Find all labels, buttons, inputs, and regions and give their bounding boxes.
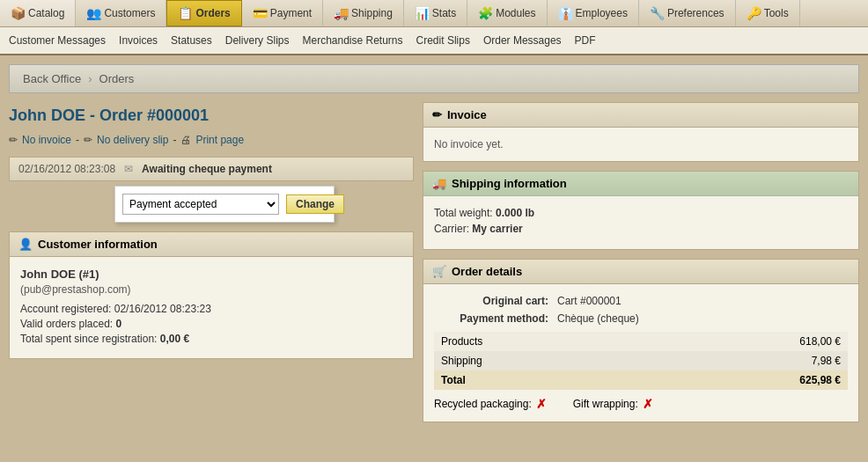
nav-tools[interactable]: 🔑 Tools xyxy=(736,0,800,26)
nav-customers[interactable]: 👥 Customers xyxy=(76,0,166,26)
gift-x-icon: ✗ xyxy=(643,397,653,411)
breadcrumb-current: Orders xyxy=(99,72,135,85)
shipping-cost-label: Shipping xyxy=(434,351,642,370)
print-icon: 🖨 xyxy=(180,134,191,146)
customers-icon: 👥 xyxy=(86,6,100,20)
orders-icon: 📋 xyxy=(178,6,192,20)
subnav-customer-messages[interactable]: Customer Messages xyxy=(9,34,106,47)
recycled-packaging-item: Recycled packaging: ✗ xyxy=(434,397,547,411)
order-details-header: 🛒 Order details xyxy=(423,260,858,284)
total-row: Total 625,98 € xyxy=(434,370,848,390)
nav-preferences[interactable]: 🔧 Preferences xyxy=(639,0,736,26)
subnav-credit-slips[interactable]: Credit Slips xyxy=(416,34,470,47)
right-panel: ✏ Invoice No invoice yet. 🚚 Shipping inf… xyxy=(423,102,859,422)
invoice-body: No invoice yet. xyxy=(423,128,858,161)
status-text: Awaiting cheque payment xyxy=(142,163,272,175)
nav-orders[interactable]: 📋 Orders xyxy=(166,0,241,26)
shipping-cost-value: 7,98 € xyxy=(642,351,848,370)
gift-wrapping-item: Gift wrapping: ✗ xyxy=(573,397,653,411)
recycled-label: Recycled packaging: xyxy=(434,398,532,410)
weight-value: 0.000 lb xyxy=(496,207,534,219)
order-title: John DOE - Order #000001 xyxy=(9,106,414,125)
subnav-order-messages[interactable]: Order Messages xyxy=(483,34,562,47)
nav-payment[interactable]: 💳 Payment xyxy=(242,0,323,26)
top-navigation: 📦 Catalog 👥 Customers 📋 Orders 💳 Payment… xyxy=(0,0,868,27)
shipping-weight-row: Total weight: 0.000 lb xyxy=(434,207,848,219)
customer-total-spent-value: 0,00 € xyxy=(160,333,189,345)
nav-catalog-label: Catalog xyxy=(28,7,64,19)
nav-stats[interactable]: 📊 Stats xyxy=(404,0,467,26)
nav-modules[interactable]: 🧩 Modules xyxy=(467,0,547,26)
subnav-statuses[interactable]: Statuses xyxy=(171,34,212,47)
change-button[interactable]: Change xyxy=(286,194,344,214)
nav-employees-label: Employees xyxy=(576,7,628,19)
order-details-section: 🛒 Order details Original cart: Cart #000… xyxy=(423,259,859,422)
payment-method-value: Chèque (cheque) xyxy=(548,312,848,325)
modules-icon: 🧩 xyxy=(478,6,492,20)
customer-info-section: 👤 Customer information John DOE (#1) (pu… xyxy=(9,231,414,359)
breadcrumb-root: Back Office xyxy=(23,72,81,85)
customer-total-spent: Total spent since registration: 0,00 € xyxy=(20,333,402,345)
gift-label: Gift wrapping: xyxy=(573,398,638,410)
preferences-icon: 🔧 xyxy=(650,6,664,20)
pencil-invoice-icon: ✏ xyxy=(432,108,442,121)
subnav-delivery-slips[interactable]: Delivery Slips xyxy=(225,34,290,47)
total-value: 625,98 € xyxy=(642,370,848,390)
customer-name: John DOE (#1) xyxy=(20,268,402,281)
main-content: John DOE - Order #000001 ✏ No invoice - … xyxy=(0,102,868,431)
truck-icon: 🚚 xyxy=(432,177,446,190)
original-cart-row: Original cart: Cart #000001 xyxy=(434,295,848,307)
shipping-header: 🚚 Shipping information xyxy=(423,172,858,196)
nav-payment-label: Payment xyxy=(270,7,312,19)
nav-employees[interactable]: 👔 Employees xyxy=(548,0,639,26)
breadcrumb-arrow: › xyxy=(88,72,92,85)
action-links: ✏ No invoice - ✏ No delivery slip - 🖨 Pr… xyxy=(9,134,414,146)
cart-icon: 🛒 xyxy=(432,265,446,278)
no-delivery-link[interactable]: No delivery slip xyxy=(97,134,168,146)
shipping-carrier-row: Carrier: My carrier xyxy=(434,223,848,235)
payment-method-label: Payment method: xyxy=(434,312,548,325)
weight-label: Total weight: xyxy=(434,207,493,219)
recycled-x-icon: ✗ xyxy=(536,397,547,411)
catalog-icon: 📦 xyxy=(11,6,25,20)
subnav-invoices[interactable]: Invoices xyxy=(119,34,158,47)
no-invoice-link[interactable]: No invoice xyxy=(22,134,71,146)
separator2: - xyxy=(173,134,176,146)
nav-stats-label: Stats xyxy=(432,7,456,19)
status-dropdown[interactable]: Payment accepted Awaiting cheque payment… xyxy=(122,194,279,215)
subnav-merchandise-returns[interactable]: Merchandise Returns xyxy=(302,34,402,47)
order-details-body: Original cart: Cart #000001 Payment meth… xyxy=(423,284,858,422)
original-cart-value: Cart #000001 xyxy=(548,295,848,307)
shipping-row: Shipping 7,98 € xyxy=(434,351,848,370)
nav-orders-label: Orders xyxy=(195,7,230,19)
customer-info-header: 👤 Customer information xyxy=(10,232,413,257)
nav-shipping[interactable]: 🚚 Shipping xyxy=(323,0,404,26)
left-panel: John DOE - Order #000001 ✏ No invoice - … xyxy=(9,102,414,422)
invoice-title: Invoice xyxy=(447,108,487,121)
print-page-link[interactable]: Print page xyxy=(195,134,244,146)
nav-catalog[interactable]: 📦 Catalog xyxy=(0,0,76,26)
customer-account-registered: Account registered: 02/16/2012 08:23:23 xyxy=(20,303,402,315)
payment-icon: 💳 xyxy=(253,6,267,20)
email-icon: ✉ xyxy=(124,163,133,175)
shipping-body: Total weight: 0.000 lb Carrier: My carri… xyxy=(423,196,858,249)
breadcrumb: Back Office › Orders xyxy=(9,64,859,93)
nav-shipping-label: Shipping xyxy=(351,7,393,19)
invoice-message: No invoice yet. xyxy=(434,138,504,150)
customer-section-title: Customer information xyxy=(38,238,158,251)
nav-tools-label: Tools xyxy=(764,7,789,19)
gift-row: Recycled packaging: ✗ Gift wrapping: ✗ xyxy=(434,397,848,411)
tools-icon: 🔑 xyxy=(747,6,761,20)
separator1: - xyxy=(76,134,79,146)
stats-icon: 📊 xyxy=(415,6,429,20)
slip-icon: ✏ xyxy=(84,134,92,146)
status-bar: 02/16/2012 08:23:08 ✉ Awaiting cheque pa… xyxy=(9,157,414,181)
status-date: 02/16/2012 08:23:08 xyxy=(18,163,115,175)
invoice-section: ✏ Invoice No invoice yet. xyxy=(423,102,859,162)
customer-info-body: John DOE (#1) (pub@prestashop.com) Accou… xyxy=(10,257,413,358)
shipping-title: Shipping information xyxy=(452,177,567,190)
subnav-pdf[interactable]: PDF xyxy=(575,34,596,47)
invoice-header: ✏ Invoice xyxy=(423,103,858,128)
user-icon: 👤 xyxy=(18,238,33,251)
carrier-value: My carrier xyxy=(472,223,522,235)
